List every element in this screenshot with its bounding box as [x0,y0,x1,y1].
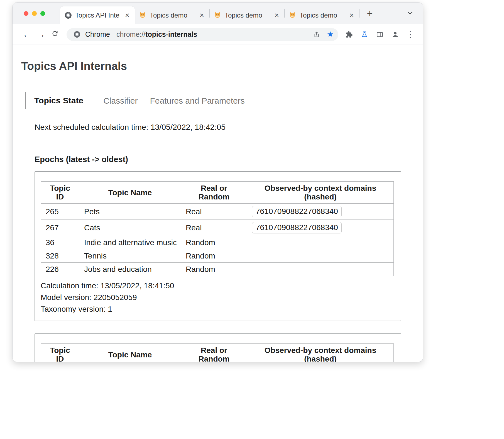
browser-tab-topics-internals[interactable]: Topics API Internals × [60,6,135,24]
profile-button[interactable] [389,28,402,41]
cell-observed-domains [247,249,394,263]
new-tab-button[interactable]: + [364,8,376,19]
back-button[interactable]: ← [21,28,33,41]
cell-observed-domains [247,263,394,276]
tab-separator [359,9,359,18]
experiments-button[interactable] [358,28,371,41]
cat-icon [289,12,296,19]
calculation-time-text: Calculation time: 13/05/2022, 18:41:50 [41,280,394,292]
share-button[interactable] [311,29,322,40]
close-tab-icon[interactable]: × [348,11,356,19]
url-scheme: chrome:// [116,30,145,38]
model-version-text: Model version: 2205052059 [41,292,394,303]
reload-button[interactable] [49,28,61,41]
header-topic-name: Topic Name [79,344,181,362]
window-controls [24,11,45,16]
page-content: Topics API Internals Topics State Classi… [13,45,423,362]
hashed-domain-chip[interactable]: 7610709088227068340 [252,222,342,233]
minimize-window-button[interactable] [32,11,37,16]
browser-tabs: Topics API Internals × Topics d [60,3,359,24]
browser-tab-topics-demo-1[interactable]: Topics demo × [135,6,209,24]
tab-features-parameters[interactable]: Features and Parameters [150,92,245,109]
toolbar-icon-group: ⋮ [343,28,417,41]
cell-topic-name: Tennis [79,249,181,263]
header-observed-by: Observed-by context domains (hashed) [247,344,394,362]
tab-underline-stub [22,109,26,109]
next-calculation-text: Next scheduled calculation time: 13/05/2… [35,123,423,132]
taxonomy-version-text: Taxonomy version: 1 [41,303,394,315]
reload-icon [51,30,59,40]
address-engine-label: Chrome [85,30,110,38]
topics-state-panel: Next scheduled calculation time: 13/05/2… [35,123,423,362]
header-observed-by: Observed-by context domains (hashed) [247,182,394,204]
browser-tab-topics-demo-2[interactable]: Topics demo × [210,6,284,24]
cell-topic-name: Cats [79,220,181,236]
cat-icon [139,12,146,19]
cell-observed-domains: 7610709088227068340 [247,220,394,236]
page-title: Topics API Internals [21,60,423,72]
page-tabs: Topics State Classifier Features and Par… [25,92,423,109]
cell-topic-id: 328 [41,249,79,263]
zoom-window-button[interactable] [40,11,45,16]
cell-real-or-random: Random [181,263,247,276]
chrome-logo-icon [72,29,82,40]
browser-menu-button[interactable]: ⋮ [404,28,417,41]
header-topic-name: Topic Name [79,182,181,204]
cat-icon [214,12,221,19]
cell-topic-id: 226 [41,263,79,276]
header-real-or-random: Real or Random [181,344,247,362]
table-row: 36 Indie and alternative music Random [41,236,394,249]
cell-real-or-random: Real [181,204,247,220]
header-topic-id: Topic ID [41,182,79,204]
cell-observed-domains: 7610709088227068340 [247,204,394,220]
avatar-icon [392,31,399,38]
header-topic-id: Topic ID [41,344,79,362]
address-url: chrome://topics-internals [116,30,197,38]
browser-tab-topics-demo-3[interactable]: Topics demo × [285,6,359,24]
header-real-or-random: Real or Random [181,182,247,204]
section-divider [35,143,402,143]
epoch-meta: Calculation time: 13/05/2022, 18:41:50 M… [41,280,394,315]
epochs-heading: Epochs (latest -> oldest) [35,155,423,164]
cell-real-or-random: Random [181,236,247,249]
tab-title: Topics demo [225,11,269,19]
side-panel-button[interactable] [373,28,386,41]
cell-topic-name: Jobs and education [79,263,181,276]
chrome-internals-icon [65,12,72,19]
tab-title: Topics demo [150,11,194,19]
browser-window: Topics API Internals × Topics d [12,2,423,362]
close-window-button[interactable] [24,11,28,16]
bookmark-star-button[interactable]: ★ [325,29,336,40]
flask-icon [361,31,368,38]
epoch-table-2: Topic ID Topic Name Real or Random Obser… [41,343,394,362]
star-icon: ★ [327,31,334,38]
cell-topic-id: 36 [41,236,79,249]
epoch-table-1: Topic ID Topic Name Real or Random Obser… [41,181,394,276]
cell-observed-domains [247,236,394,249]
tab-topics-state-label: Topics State [34,96,83,105]
table-header-row: Topic ID Topic Name Real or Random Obser… [41,182,394,204]
address-bar[interactable]: Chrome chrome://topics-internals ★ [67,28,338,41]
share-icon [313,31,320,38]
epoch-panel-1: Topic ID Topic Name Real or Random Obser… [35,171,401,321]
table-row: 328 Tennis Random [41,249,394,263]
tab-search-button[interactable] [405,8,415,18]
close-tab-icon[interactable]: × [273,11,281,19]
extensions-button[interactable] [343,28,356,41]
tab-classifier[interactable]: Classifier [103,92,138,109]
cell-topic-id: 265 [41,204,79,220]
url-host: topics-internals [145,30,197,38]
hashed-domain-chip[interactable]: 7610709088227068340 [252,206,342,217]
tab-topics-state[interactable]: Topics State [25,92,92,109]
cell-topic-name: Pets [79,204,181,220]
close-tab-icon[interactable]: × [198,11,206,19]
cell-real-or-random: Real [181,220,247,236]
address-separator [113,31,113,38]
tab-title: Topics demo [300,11,344,19]
epoch-panel-2: Topic ID Topic Name Real or Random Obser… [35,333,401,362]
chevron-down-icon [407,9,414,17]
cell-topic-id: 267 [41,220,79,236]
close-tab-icon[interactable]: × [123,11,131,19]
forward-button[interactable]: → [35,28,47,41]
tab-strip: Topics API Internals × Topics d [13,3,423,24]
